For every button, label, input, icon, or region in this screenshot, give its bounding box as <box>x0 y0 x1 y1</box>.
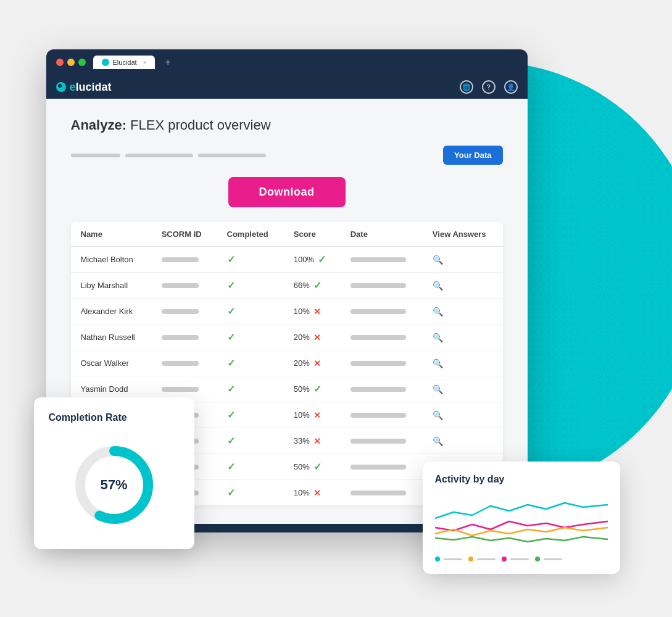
magnify-icon[interactable]: 🔍 <box>433 333 443 342</box>
brand: elucidat <box>56 81 112 94</box>
cell-completed: ✓ <box>217 350 284 376</box>
page-title: Analyze: FLEX product overview <box>71 117 503 133</box>
scorm-bar <box>162 387 199 392</box>
dot-minimize[interactable] <box>67 59 75 66</box>
date-bar <box>351 361 406 366</box>
completed-check-icon: ✓ <box>227 384 235 394</box>
score-fail-icon: ✕ <box>313 358 321 368</box>
score-value: 50% <box>294 384 310 394</box>
col-header-date: Date <box>341 222 423 247</box>
score-fail-icon: ✕ <box>313 436 321 446</box>
magnify-icon[interactable]: 🔍 <box>433 410 443 420</box>
cell-score: 10% ✕ <box>284 480 341 506</box>
cell-score: 10% ✕ <box>284 402 341 428</box>
cell-name: Oscar Walker <box>71 350 152 376</box>
chart-legend <box>435 557 608 561</box>
cell-date <box>341 299 423 325</box>
date-bar <box>351 387 406 392</box>
progress-tab-2 <box>125 154 193 157</box>
completed-check-icon: ✓ <box>227 358 235 368</box>
page-title-bold: Analyze: <box>71 117 127 133</box>
cell-completed: ✓ <box>217 325 284 350</box>
completed-check-icon: ✓ <box>227 280 235 291</box>
cell-scorm <box>152 247 217 273</box>
cell-view-answers[interactable]: 🔍 <box>423 350 503 376</box>
score-cell: 10% ✕ <box>294 410 331 420</box>
magnify-icon[interactable]: 🔍 <box>433 384 443 394</box>
table-row: Michael Bolton ✓ 100% ✓ 🔍 <box>71 247 503 273</box>
cell-completed: ✓ <box>217 376 284 402</box>
page-title-normal: FLEX product overview <box>130 117 270 133</box>
cell-view-answers[interactable]: 🔍 <box>423 325 503 350</box>
progress-tabs: Your Data <box>71 146 503 165</box>
help-icon[interactable]: ? <box>482 80 496 94</box>
date-bar <box>351 465 406 470</box>
legend-dot-2 <box>468 557 473 561</box>
nav-icons: 🌐 ? 👤 <box>460 80 518 94</box>
magnify-icon[interactable]: 🔍 <box>433 255 443 265</box>
score-pass-icon: ✓ <box>313 383 321 395</box>
cell-date <box>341 325 423 350</box>
cell-score: 50% ✓ <box>284 376 341 402</box>
cell-name: Michael Bolton <box>71 247 152 273</box>
col-header-scorm: SCORM ID <box>152 222 217 247</box>
browser-tab[interactable]: Elucidat × <box>93 56 156 69</box>
table-row: Alexander Kirk ✓ 10% ✕ 🔍 <box>71 299 503 325</box>
cell-completed: ✓ <box>217 299 284 325</box>
chart-area <box>435 494 608 549</box>
tab-close-icon[interactable]: × <box>143 59 147 66</box>
cell-completed: ✓ <box>217 402 284 428</box>
completed-check-icon: ✓ <box>227 332 235 342</box>
cell-score: 20% ✕ <box>284 350 341 376</box>
globe-icon[interactable]: 🌐 <box>460 80 473 94</box>
date-bar <box>351 439 406 444</box>
completed-check-icon: ✓ <box>227 254 235 265</box>
dot-close[interactable] <box>56 59 64 66</box>
score-value: 10% <box>294 488 310 497</box>
legend-item-1 <box>435 557 462 561</box>
dot-maximize[interactable] <box>78 59 86 66</box>
table-row: Liby Marshall ✓ 66% ✓ 🔍 <box>71 273 503 299</box>
col-header-score: Score <box>284 222 341 247</box>
cell-view-answers[interactable]: 🔍 <box>423 402 503 428</box>
cell-view-answers[interactable]: 🔍 <box>423 273 503 299</box>
magnify-icon[interactable]: 🔍 <box>433 307 443 317</box>
score-cell: 10% ✕ <box>294 307 331 317</box>
magnify-icon[interactable]: 🔍 <box>433 358 443 368</box>
cell-view-answers[interactable]: 🔍 <box>423 299 503 325</box>
cell-score: 50% ✓ <box>284 454 341 480</box>
cell-view-answers[interactable]: 🔍 <box>423 376 503 402</box>
activity-by-day-card: Activity by day <box>423 462 620 574</box>
completion-rate-card: Completion Rate 57% <box>34 397 194 549</box>
tab-label: Elucidat <box>113 59 137 66</box>
download-button[interactable]: Download <box>228 177 346 207</box>
score-fail-icon: ✕ <box>313 307 321 317</box>
magnify-icon[interactable]: 🔍 <box>433 436 443 446</box>
cell-view-answers[interactable]: 🔍 <box>423 428 503 454</box>
scorm-bar <box>162 283 199 288</box>
score-fail-icon: ✕ <box>313 333 321 342</box>
browser-navbar: elucidat 🌐 ? 👤 <box>46 75 528 99</box>
score-value: 20% <box>294 358 310 368</box>
cell-score: 10% ✕ <box>284 299 341 325</box>
table-row: Oscar Walker ✓ 20% ✕ 🔍 <box>71 350 503 376</box>
completion-title: Completion Rate <box>49 412 180 423</box>
cell-name: Nathan Russell <box>71 325 152 350</box>
magnify-icon[interactable]: 🔍 <box>433 281 443 291</box>
date-bar <box>351 491 406 495</box>
user-icon[interactable]: 👤 <box>504 80 518 94</box>
cell-date <box>341 273 423 299</box>
score-pass-icon: ✓ <box>313 280 321 291</box>
legend-line-1 <box>444 558 462 560</box>
your-data-button[interactable]: Your Data <box>443 146 502 165</box>
scorm-bar <box>162 257 199 262</box>
tab-add-button[interactable]: + <box>165 57 170 68</box>
cell-date <box>341 402 423 428</box>
cell-view-answers[interactable]: 🔍 <box>423 247 503 273</box>
cell-name: Alexander Kirk <box>71 299 152 325</box>
legend-line-4 <box>544 558 562 560</box>
score-value: 10% <box>294 410 310 420</box>
score-cell: 66% ✓ <box>294 280 331 291</box>
brand-logo <box>56 82 66 92</box>
progress-tab-1 <box>71 154 120 157</box>
